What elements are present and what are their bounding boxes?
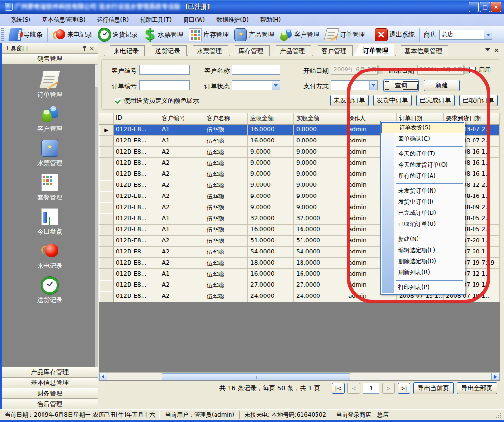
toolbar-button[interactable]: 导航条 (6, 28, 45, 42)
prev-page-button[interactable]: < (347, 383, 360, 394)
order-status-filter-button[interactable]: 发货中订单 (373, 95, 412, 106)
tab[interactable]: 产品管理 (271, 45, 311, 56)
row-selector-cell[interactable]: ▶ (99, 147, 114, 157)
context-menu-item[interactable]: 编辑选定项(E) (381, 245, 465, 256)
chevron-down-icon[interactable] (272, 81, 280, 90)
context-menu-item[interactable]: 发货中订单(I) (381, 197, 465, 208)
pin-icon[interactable] (80, 45, 88, 52)
scrollbar-thumb[interactable] (162, 373, 350, 380)
sidebar-group-button[interactable]: 基本信息管理 (2, 378, 98, 388)
pay-method-select[interactable] (331, 80, 378, 90)
sidebar-item[interactable]: 今日盘点 (37, 208, 62, 236)
enable-checkbox-row[interactable]: 启用 (469, 66, 491, 74)
menu-item[interactable]: 运行信息(R) (91, 14, 135, 26)
page-number-input[interactable] (363, 383, 379, 394)
context-menu-item[interactable]: 刷新列表(R) (381, 267, 465, 278)
order-status-filter-button[interactable]: 已完成订单 (416, 95, 455, 106)
row-selector-cell[interactable]: ▶ (99, 247, 114, 257)
toolbar-button[interactable]: 退出系统 (372, 28, 418, 42)
context-menu-item[interactable]: 新建(N) (381, 234, 465, 245)
row-selector-cell[interactable]: ▶ (99, 169, 114, 180)
tab-close-icon[interactable]: × (494, 46, 499, 54)
tab-overflow-chevron-icon[interactable] (485, 48, 490, 54)
toolbar-button[interactable]: 送货记录 (95, 28, 141, 42)
chevron-down-icon[interactable] (369, 81, 377, 90)
enable-checkbox[interactable] (469, 67, 476, 73)
row-selector-cell[interactable]: ▶ (99, 213, 114, 224)
context-menu-item[interactable]: 未发货订单(N) (381, 185, 465, 197)
sidebar-group-button[interactable]: 财务管理 (2, 388, 98, 399)
row-selector-cell[interactable]: ▶ (99, 136, 114, 146)
maximize-button[interactable]: □ (480, 2, 490, 12)
tab[interactable]: 订单管理 (354, 44, 394, 56)
resize-grip[interactable] (496, 413, 501, 418)
order-status-filter-button[interactable]: 未发货订单 (330, 95, 369, 106)
sidebar-group-button[interactable]: 售后管理 (2, 399, 98, 409)
context-menu-item[interactable]: 订单发货(S) (381, 122, 464, 133)
context-menu-item[interactable]: 删除选定项(D) (381, 256, 465, 267)
sidebar-item[interactable]: 订单管理 (37, 71, 62, 99)
column-header[interactable]: 客户编号 (159, 113, 204, 124)
sidebar-item[interactable]: 水票管理 (37, 140, 62, 168)
menu-item[interactable]: 帮助(H) (255, 14, 287, 26)
row-selector-cell[interactable]: ▶ (99, 258, 114, 268)
scroll-left-icon[interactable] (99, 373, 107, 380)
menu-item[interactable]: 系统(S) (5, 14, 36, 26)
sidebar-group-sales[interactable]: 销售管理 (2, 54, 98, 64)
sidebar-item[interactable]: 来电记录 (37, 242, 62, 270)
separator[interactable] (381, 144, 465, 148)
toolbar-button[interactable]: 水票管理 (141, 28, 186, 42)
query-button[interactable]: 查询 (383, 80, 419, 91)
row-selector-cell[interactable]: ▶ (99, 225, 114, 235)
tab[interactable]: 库存管理 (229, 45, 270, 56)
color-checkbox-row[interactable]: 使用送货员定义的颜色展示 (115, 97, 199, 105)
context-menu-item[interactable]: 打印列表(P) (381, 282, 465, 293)
sidebar-item[interactable]: 套餐管理 (37, 174, 62, 202)
column-header[interactable]: ID (114, 113, 159, 124)
separator[interactable] (47, 28, 48, 42)
row-selector-cell[interactable]: ▶ (99, 291, 114, 302)
minimize-button[interactable]: _ (469, 2, 479, 12)
context-menu-item[interactable]: 已取消订单(U) (381, 219, 465, 230)
tool-window-close-icon[interactable]: × (88, 45, 96, 52)
separator[interactable] (370, 28, 370, 42)
toolbar-grip[interactable] (1, 28, 4, 41)
export-current-page-button[interactable]: 导出当前页 (413, 382, 454, 394)
toolbar-button[interactable]: 客户管理 (277, 28, 322, 42)
color-checkbox[interactable] (115, 98, 121, 104)
toolbar-button[interactable]: 来电记录 (50, 28, 95, 42)
row-selector-cell[interactable]: ▶ (99, 125, 114, 135)
context-menu-item[interactable]: 今天的订单(T) (381, 148, 465, 159)
separator[interactable] (419, 28, 420, 42)
column-header[interactable]: 应收金额 (248, 113, 294, 124)
context-menu-item[interactable]: 回单确认(C) (381, 133, 465, 144)
row-selector-cell[interactable]: ▶ (99, 269, 114, 280)
toolbar-button[interactable]: 订单管理 (322, 28, 368, 42)
column-header[interactable]: 实收金额 (294, 113, 346, 124)
row-selector-cell[interactable]: ▶ (99, 236, 114, 246)
row-selector-cell[interactable]: ▶ (99, 158, 114, 169)
menu-item[interactable]: 数据维护(D) (211, 14, 255, 26)
row-selector-cell[interactable]: ▶ (99, 191, 114, 202)
scroll-right-icon[interactable] (491, 373, 500, 380)
menu-item[interactable]: 窗口(W) (177, 14, 211, 26)
next-page-button[interactable]: > (382, 383, 395, 394)
order-status-filter-button[interactable]: 已取消订单 (459, 95, 498, 106)
order-no-input[interactable] (139, 80, 190, 90)
context-menu-item[interactable]: 今天的发货订单(O) (381, 159, 465, 170)
sidebar-group-button[interactable]: 产品库存管理 (2, 367, 98, 378)
sidebar-item[interactable]: 客户管理 (37, 105, 62, 133)
column-header[interactable]: 客户名称 (204, 113, 248, 124)
context-menu-item[interactable]: 所有的订单(A) (381, 170, 465, 182)
toolbar-button[interactable]: 产品管理 (231, 28, 277, 42)
order-status-select[interactable] (232, 80, 280, 90)
row-selector-cell[interactable]: ▶ (99, 180, 114, 191)
tab[interactable]: 来电记录 (104, 45, 145, 56)
toolbar-button[interactable]: 库存管理 (186, 28, 231, 42)
tab[interactable]: 基本信息管理 (395, 45, 448, 56)
separator[interactable] (381, 230, 465, 234)
context-menu-item[interactable]: 已完成订单(D) (381, 208, 465, 219)
row-selector-cell[interactable]: ▶ (99, 280, 114, 291)
tab[interactable]: 水票管理 (187, 45, 228, 56)
tab[interactable]: 送货记录 (146, 45, 187, 56)
